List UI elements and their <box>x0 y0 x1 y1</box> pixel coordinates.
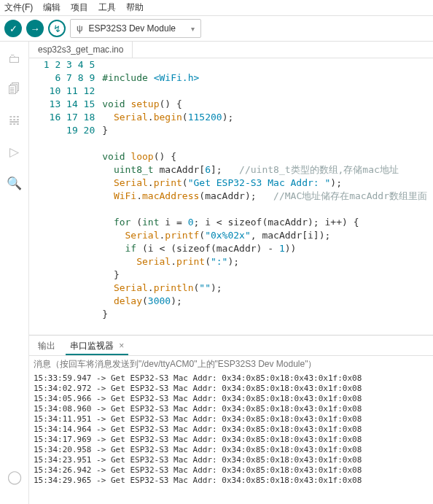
menu-bar: 文件(F) 编辑 项目 工具 帮助 <box>0 0 433 16</box>
tab-serial-label: 串口监视器 <box>70 341 114 351</box>
board-selector[interactable]: ψ ESP32S3 Dev Module ▾ <box>70 19 201 38</box>
sketchbook-icon[interactable]: 🗐 <box>8 82 20 97</box>
verify-button[interactable]: ✓ <box>4 20 22 37</box>
tab-bar: esp32s3_get_mac.ino <box>29 42 433 58</box>
menu-help[interactable]: 帮助 <box>126 1 144 14</box>
menu-file[interactable]: 文件(F) <box>4 1 33 14</box>
bottom-panel: 输出 串口监视器 × 15:33:59.947 -> Get ESP32-S3 … <box>29 335 433 504</box>
debug-button[interactable]: ↯ <box>48 20 66 37</box>
line-gutter: 1 2 3 4 5 6 7 8 9 10 11 12 13 14 15 16 1… <box>29 58 102 335</box>
chevron-down-icon: ▾ <box>191 25 195 33</box>
close-icon[interactable]: × <box>119 341 124 351</box>
tab-serial-monitor[interactable]: 串口监视器 × <box>66 338 128 355</box>
folder-icon[interactable]: 🗀 <box>8 52 20 66</box>
main-area: 🗀 🗐 𝍐 ▷ 🔍 esp32s3_get_mac.ino 1 2 3 4 5 … <box>0 42 433 504</box>
serial-output: 15:33:59.947 -> Get ESP32-S3 Mac Addr: 0… <box>29 372 433 504</box>
bottom-tab-bar: 输出 串口监视器 × <box>29 336 433 356</box>
menu-tool[interactable]: 工具 <box>98 1 116 14</box>
tab-output[interactable]: 输出 <box>34 338 60 355</box>
search-icon[interactable]: 🔍 <box>7 176 22 191</box>
menu-edit[interactable]: 编辑 <box>43 1 61 14</box>
account-icon[interactable]: ◯ <box>7 469 22 485</box>
left-rail: 🗀 🗐 𝍐 ▷ 🔍 <box>0 42 29 504</box>
board-name: ESP32S3 Dev Module <box>89 23 185 34</box>
usb-icon: ψ <box>77 23 83 34</box>
toolbar: ✓ → ↯ ψ ESP32S3 Dev Module ▾ <box>0 16 433 42</box>
upload-button[interactable]: → <box>26 20 44 37</box>
file-tab[interactable]: esp32s3_get_mac.ino <box>29 42 133 58</box>
serial-input[interactable] <box>29 356 433 372</box>
menu-project[interactable]: 项目 <box>71 1 88 14</box>
library-icon[interactable]: 𝍐 <box>9 113 20 128</box>
code-content: #include <WiFi.h> void setup() { Serial.… <box>102 58 433 335</box>
editor-pane: esp32s3_get_mac.ino 1 2 3 4 5 6 7 8 9 10… <box>29 42 433 504</box>
debug-icon[interactable]: ▷ <box>9 144 19 160</box>
code-editor[interactable]: 1 2 3 4 5 6 7 8 9 10 11 12 13 14 15 16 1… <box>29 58 433 335</box>
